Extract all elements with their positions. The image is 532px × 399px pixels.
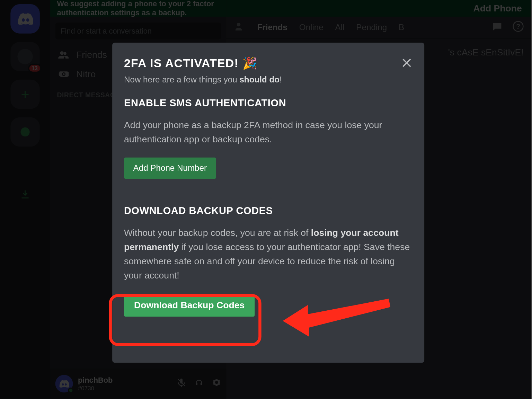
modal-subtitle-pre: Now here are a few things you	[124, 75, 239, 84]
sms-auth-heading: ENABLE SMS AUTHENTICATION	[124, 97, 413, 109]
close-button[interactable]	[398, 54, 416, 72]
modal-subtitle: Now here are a few things you should do!	[124, 73, 413, 86]
close-icon	[401, 57, 413, 69]
party-popper-icon: 🎉	[242, 56, 258, 69]
backup-codes-body: Without your backup codes, you are at ri…	[124, 226, 413, 283]
backup-codes-body-pre: Without your backup codes, you are at ri…	[124, 228, 311, 238]
download-backup-codes-button[interactable]: Download Backup Codes	[124, 294, 255, 316]
modal-subtitle-bold: should do	[239, 75, 280, 84]
modal-subtitle-post: !	[280, 75, 282, 84]
modal-title-text: 2FA IS ACTIVATED!	[124, 56, 239, 69]
modal-title: 2FA IS ACTIVATED! 🎉	[124, 56, 413, 70]
add-phone-number-button[interactable]: Add Phone Number	[124, 158, 216, 179]
backup-codes-heading: DOWNLOAD BACKUP CODES	[124, 205, 413, 217]
two-fa-activated-modal: 2FA IS ACTIVATED! 🎉 Now here are a few t…	[112, 43, 424, 362]
sms-auth-body: Add your phone as a backup 2FA method in…	[124, 118, 413, 147]
